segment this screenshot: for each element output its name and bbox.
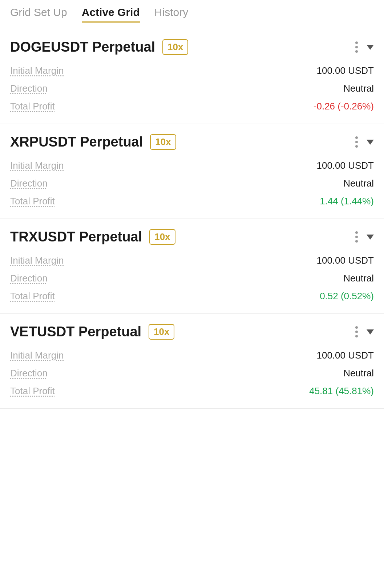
tab-grid-setup[interactable]: Grid Set Up <box>10 6 67 23</box>
field-label-total-profit-dogeusdt: Total Profit <box>10 101 55 112</box>
chevron-down-icon-trxusdt[interactable] <box>367 235 374 240</box>
grid-item-xrpusdt: XRPUSDT Perpetual10xInitial Margin100.00… <box>0 124 384 219</box>
field-value-direction-xrpusdt: Neutral <box>343 178 374 189</box>
field-row-initial-margin-dogeusdt: Initial Margin100.00 USDT <box>10 65 374 76</box>
item-fields-trxusdt: Initial Margin100.00 USDTDirectionNeutra… <box>10 255 374 302</box>
field-row-initial-margin-vetusdt: Initial Margin100.00 USDT <box>10 350 374 361</box>
field-row-total-profit-trxusdt: Total Profit0.52 (0.52%) <box>10 291 374 302</box>
item-actions-trxusdt <box>354 230 374 244</box>
field-label-total-profit-vetusdt: Total Profit <box>10 385 55 397</box>
field-row-direction-dogeusdt: DirectionNeutral <box>10 83 374 94</box>
field-label-initial-margin-trxusdt: Initial Margin <box>10 255 64 266</box>
leverage-badge-trxusdt: 10x <box>149 229 175 245</box>
field-row-direction-xrpusdt: DirectionNeutral <box>10 178 374 189</box>
field-label-initial-margin-xrpusdt: Initial Margin <box>10 160 64 171</box>
grid-item-trxusdt: TRXUSDT Perpetual10xInitial Margin100.00… <box>0 219 384 314</box>
field-label-initial-margin-dogeusdt: Initial Margin <box>10 65 64 76</box>
item-actions-vetusdt <box>354 325 374 339</box>
field-value-total-profit-vetusdt: 45.81 (45.81%) <box>309 385 374 397</box>
item-fields-xrpusdt: Initial Margin100.00 USDTDirectionNeutra… <box>10 160 374 207</box>
field-row-total-profit-vetusdt: Total Profit45.81 (45.81%) <box>10 385 374 397</box>
field-label-direction-xrpusdt: Direction <box>10 178 48 189</box>
field-value-total-profit-trxusdt: 0.52 (0.52%) <box>320 291 374 302</box>
field-value-direction-dogeusdt: Neutral <box>343 83 374 94</box>
chevron-down-icon-vetusdt[interactable] <box>367 329 374 335</box>
field-row-direction-vetusdt: DirectionNeutral <box>10 368 374 379</box>
item-actions-xrpusdt <box>354 135 374 149</box>
field-value-direction-vetusdt: Neutral <box>343 368 374 379</box>
item-title-group-xrpusdt: XRPUSDT Perpetual10x <box>10 134 176 150</box>
field-label-direction-vetusdt: Direction <box>10 368 48 379</box>
field-value-initial-margin-vetusdt: 100.00 USDT <box>316 350 374 361</box>
item-header-vetusdt: VETUSDT Perpetual10x <box>10 324 374 340</box>
more-options-icon-dogeusdt[interactable] <box>354 40 359 54</box>
item-header-trxusdt: TRXUSDT Perpetual10x <box>10 229 374 245</box>
field-row-initial-margin-trxusdt: Initial Margin100.00 USDT <box>10 255 374 266</box>
field-label-total-profit-xrpusdt: Total Profit <box>10 196 55 207</box>
item-actions-dogeusdt <box>354 40 374 54</box>
leverage-badge-xrpusdt: 10x <box>150 134 176 150</box>
field-row-total-profit-xrpusdt: Total Profit1.44 (1.44%) <box>10 196 374 207</box>
item-title-xrpusdt: XRPUSDT Perpetual <box>10 134 143 150</box>
item-title-group-vetusdt: VETUSDT Perpetual10x <box>10 324 174 340</box>
field-value-initial-margin-xrpusdt: 100.00 USDT <box>316 160 374 171</box>
field-label-direction-trxusdt: Direction <box>10 273 48 284</box>
grid-item-vetusdt: VETUSDT Perpetual10xInitial Margin100.00… <box>0 314 384 409</box>
grid-item-dogeusdt: DOGEUSDT Perpetual10xInitial Margin100.0… <box>0 29 384 124</box>
field-value-initial-margin-dogeusdt: 100.00 USDT <box>316 65 374 76</box>
content: DOGEUSDT Perpetual10xInitial Margin100.0… <box>0 29 384 409</box>
field-label-total-profit-trxusdt: Total Profit <box>10 291 55 302</box>
chevron-down-icon-xrpusdt[interactable] <box>367 140 374 145</box>
item-title-vetusdt: VETUSDT Perpetual <box>10 324 141 340</box>
field-value-initial-margin-trxusdt: 100.00 USDT <box>316 255 374 266</box>
field-label-direction-dogeusdt: Direction <box>10 83 48 94</box>
more-options-icon-vetusdt[interactable] <box>354 325 359 339</box>
field-row-initial-margin-xrpusdt: Initial Margin100.00 USDT <box>10 160 374 171</box>
item-header-xrpusdt: XRPUSDT Perpetual10x <box>10 134 374 150</box>
chevron-down-icon-dogeusdt[interactable] <box>367 45 374 50</box>
field-row-total-profit-dogeusdt: Total Profit-0.26 (-0.26%) <box>10 101 374 112</box>
more-options-icon-xrpusdt[interactable] <box>354 135 359 149</box>
item-title-group-trxusdt: TRXUSDT Perpetual10x <box>10 229 175 245</box>
field-label-initial-margin-vetusdt: Initial Margin <box>10 350 64 361</box>
item-title-trxusdt: TRXUSDT Perpetual <box>10 229 142 245</box>
item-header-dogeusdt: DOGEUSDT Perpetual10x <box>10 39 374 55</box>
tab-active-grid[interactable]: Active Grid <box>82 6 140 23</box>
field-value-total-profit-dogeusdt: -0.26 (-0.26%) <box>314 101 374 112</box>
field-value-total-profit-xrpusdt: 1.44 (1.44%) <box>320 196 374 207</box>
tab-history[interactable]: History <box>154 6 188 23</box>
field-row-direction-trxusdt: DirectionNeutral <box>10 273 374 284</box>
more-options-icon-trxusdt[interactable] <box>354 230 359 244</box>
leverage-badge-dogeusdt: 10x <box>162 39 188 55</box>
field-value-direction-trxusdt: Neutral <box>343 273 374 284</box>
tabs-container: Grid Set UpActive GridHistory <box>0 0 384 29</box>
leverage-badge-vetusdt: 10x <box>149 324 174 340</box>
item-fields-dogeusdt: Initial Margin100.00 USDTDirectionNeutra… <box>10 65 374 112</box>
item-title-dogeusdt: DOGEUSDT Perpetual <box>10 39 155 55</box>
item-fields-vetusdt: Initial Margin100.00 USDTDirectionNeutra… <box>10 350 374 397</box>
item-title-group-dogeusdt: DOGEUSDT Perpetual10x <box>10 39 188 55</box>
